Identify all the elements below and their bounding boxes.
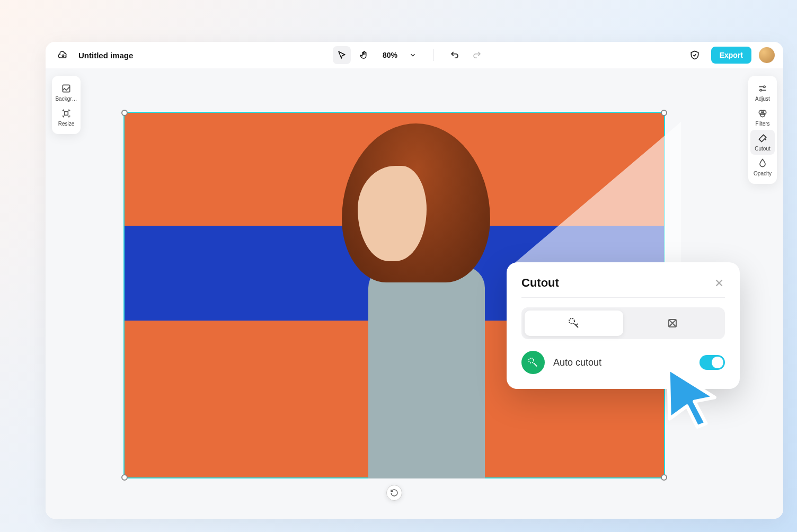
resize-handle-sw[interactable] (121, 474, 128, 481)
background-icon (61, 83, 72, 94)
close-icon (713, 277, 725, 289)
svg-point-2 (764, 86, 765, 87)
redo-button[interactable] (468, 46, 486, 64)
opacity-tool[interactable]: Opacity (750, 155, 775, 180)
right-toolbar: Adjust Filters Cutout Opacity (748, 76, 777, 184)
left-toolbar: Backgr… Resize (52, 76, 81, 134)
erase-icon (666, 317, 679, 330)
divider (433, 49, 434, 61)
filters-label: Filters (755, 121, 769, 127)
filters-tool[interactable]: Filters (750, 105, 775, 130)
resize-tool[interactable]: Resize (54, 105, 78, 130)
top-bar: Untitled image 80% (46, 42, 783, 68)
opacity-label: Opacity (754, 171, 772, 176)
resize-icon (61, 108, 72, 119)
avatar[interactable] (759, 47, 775, 63)
close-button[interactable] (713, 277, 725, 289)
auto-cutout-badge (521, 351, 545, 374)
svg-point-9 (529, 358, 534, 363)
svg-point-7 (569, 318, 574, 324)
cutout-label: Cutout (755, 146, 770, 152)
rotate-icon (390, 489, 398, 497)
filters-icon (757, 108, 768, 119)
adjust-label: Adjust (755, 96, 770, 102)
background-tool[interactable]: Backgr… (54, 80, 78, 105)
zoom-dropdown-button[interactable] (404, 46, 422, 64)
resize-label: Resize (58, 121, 75, 127)
divider (521, 297, 725, 298)
manual-erase-mode-button[interactable] (623, 311, 722, 336)
auto-cutout-row: Auto cutout (521, 351, 725, 374)
magic-wand-icon (568, 317, 580, 330)
cutout-icon (757, 133, 768, 144)
rotate-handle[interactable] (386, 485, 402, 501)
cutout-panel: Cutout Auto cutout (507, 262, 740, 389)
resize-handle-ne[interactable] (661, 110, 667, 116)
shield-icon[interactable] (686, 46, 704, 64)
undo-button[interactable] (446, 46, 464, 64)
hand-tool-button[interactable] (355, 46, 373, 64)
zoom-level[interactable]: 80% (383, 51, 397, 59)
auto-cutout-toggle[interactable] (699, 355, 725, 370)
auto-cutout-mode-button[interactable] (525, 311, 623, 336)
document-title[interactable]: Untitled image (78, 51, 133, 60)
panel-title: Cutout (521, 276, 559, 290)
cutout-tool[interactable]: Cutout (750, 130, 775, 155)
adjust-tool[interactable]: Adjust (750, 80, 775, 105)
magic-wand-icon (527, 357, 539, 368)
background-label: Backgr… (55, 96, 77, 102)
resize-handle-nw[interactable] (121, 110, 128, 116)
svg-point-3 (760, 90, 761, 91)
svg-rect-1 (65, 112, 68, 116)
opacity-icon (757, 158, 768, 169)
adjust-icon (757, 83, 768, 94)
canvas-tools: 80% (333, 46, 486, 64)
auto-cutout-label: Auto cutout (553, 357, 691, 368)
select-tool-button[interactable] (333, 46, 351, 64)
export-button[interactable]: Export (711, 47, 751, 64)
cutout-mode-segmented (521, 307, 725, 339)
image-subject (315, 123, 485, 478)
svg-rect-0 (63, 85, 69, 92)
toggle-knob (712, 357, 723, 368)
resize-handle-se[interactable] (661, 474, 667, 481)
cloud-sync-icon[interactable] (54, 46, 72, 64)
